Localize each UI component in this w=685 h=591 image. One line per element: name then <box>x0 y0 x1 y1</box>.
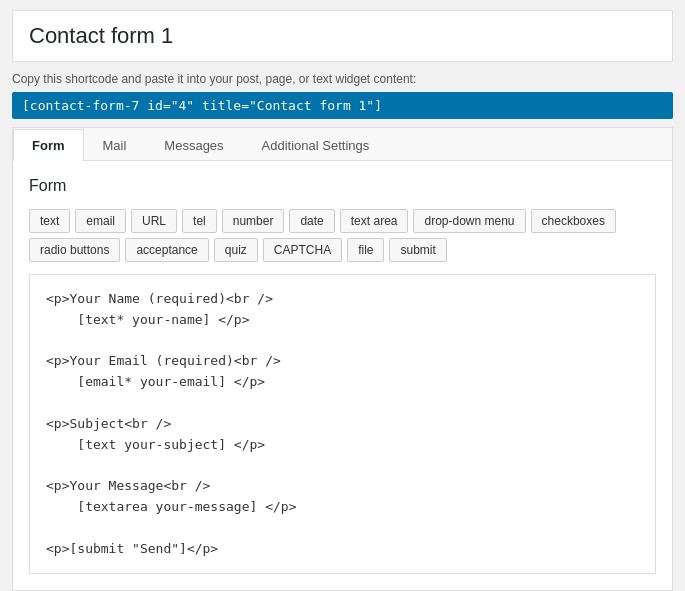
tag-btn-number[interactable]: number <box>222 209 285 233</box>
tag-buttons-row: text email URL tel number date text area… <box>29 209 656 262</box>
tag-btn-date[interactable]: date <box>289 209 334 233</box>
form-section-title: Form <box>29 177 656 195</box>
tag-btn-dropdown[interactable]: drop-down menu <box>413 209 525 233</box>
tab-messages[interactable]: Messages <box>145 129 242 161</box>
shortcode-label: Copy this shortcode and paste it into yo… <box>12 72 673 86</box>
page-title: Contact form 1 <box>29 23 656 49</box>
tag-btn-email[interactable]: email <box>75 209 126 233</box>
tag-btn-acceptance[interactable]: acceptance <box>125 238 208 262</box>
tabs-nav: Form Mail Messages Additional Settings <box>13 128 672 161</box>
tag-btn-radio[interactable]: radio buttons <box>29 238 120 262</box>
tab-mail[interactable]: Mail <box>84 129 146 161</box>
tag-btn-quiz[interactable]: quiz <box>214 238 258 262</box>
tag-btn-text[interactable]: text <box>29 209 70 233</box>
page-wrapper: Contact form 1 Copy this shortcode and p… <box>0 0 685 591</box>
tag-btn-url[interactable]: URL <box>131 209 177 233</box>
tag-btn-file[interactable]: file <box>347 238 384 262</box>
title-box: Contact form 1 <box>12 10 673 62</box>
tag-btn-textarea[interactable]: text area <box>340 209 409 233</box>
tag-btn-checkboxes[interactable]: checkboxes <box>531 209 616 233</box>
tag-btn-tel[interactable]: tel <box>182 209 217 233</box>
tab-additional-settings[interactable]: Additional Settings <box>243 129 389 161</box>
tab-form[interactable]: Form <box>13 129 84 161</box>
code-editor[interactable]: <p>Your Name (required)<br /> [text* you… <box>29 274 656 574</box>
shortcode-value[interactable]: [contact-form-7 id="4" title="Contact fo… <box>12 92 673 119</box>
tag-btn-captcha[interactable]: CAPTCHA <box>263 238 342 262</box>
tabs-wrapper: Form Mail Messages Additional Settings F… <box>12 127 673 591</box>
tab-content-form: Form text email URL tel number date text… <box>13 161 672 590</box>
tag-btn-submit[interactable]: submit <box>389 238 446 262</box>
